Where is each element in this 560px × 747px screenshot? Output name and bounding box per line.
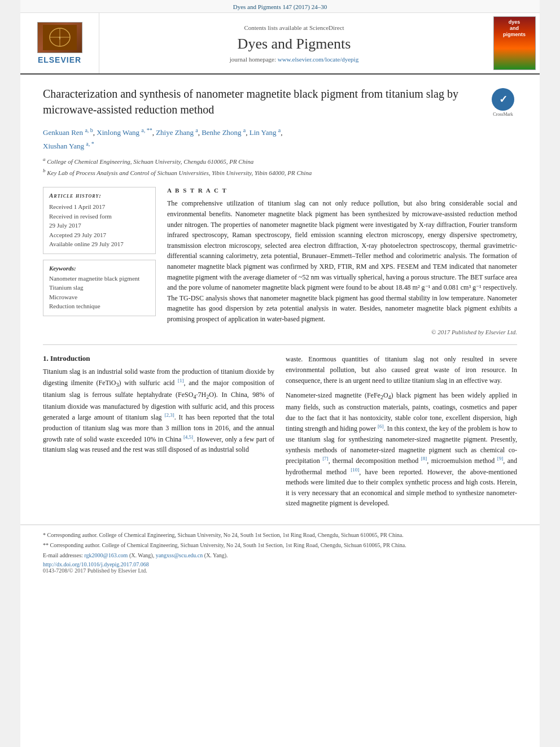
author-1-sup: a, b bbox=[85, 127, 93, 133]
cover-text: dyesandpigments bbox=[503, 19, 526, 37]
email-addresses: E-mail addresses: rgk2000@163.com (X. Wa… bbox=[43, 551, 517, 560]
issn-line: 0143-7208/© 2017 Published by Elsevier L… bbox=[43, 567, 517, 574]
keyword-3: Microwave bbox=[49, 292, 150, 302]
article-info-title: Article history: bbox=[49, 192, 150, 199]
abstract-text: The comprehensive utilization of titaniu… bbox=[167, 198, 517, 324]
author-4-sup: a bbox=[243, 127, 246, 133]
journal-title: Dyes and Pigments bbox=[238, 36, 351, 53]
body-para-2: waste. Enormous quantities of titanium s… bbox=[286, 354, 517, 386]
journal-cover-section: dyesandpigments bbox=[489, 13, 540, 73]
author-5-sup: a bbox=[278, 127, 281, 133]
authors-list: Genkuan Ren a, b, Xinlong Wang a, **, Zh… bbox=[43, 125, 517, 153]
keyword-2: Titanium slag bbox=[49, 283, 150, 292]
email-link-1[interactable]: rgk2000@163.com bbox=[84, 552, 128, 558]
elsevier-logo-section: ⚕ ELSEVIER bbox=[20, 13, 99, 73]
sciencedirect-prefix: Contents lists available at ScienceDirec… bbox=[244, 24, 344, 31]
elsevier-logo-image: ⚕ bbox=[37, 22, 82, 53]
author-2-sup: a, ** bbox=[141, 127, 152, 133]
author-3-sup: a bbox=[195, 127, 198, 133]
author-5: Lin Yang bbox=[250, 128, 277, 137]
elsevier-logo: ⚕ ELSEVIER bbox=[37, 22, 82, 64]
doi-link[interactable]: http://dx.doi.org/10.1016/j.dyepig.2017.… bbox=[43, 561, 517, 567]
journal-header: ⚕ ELSEVIER Contents lists available at S… bbox=[20, 13, 540, 75]
body-content: 1. Introduction Titanium slag is an indu… bbox=[43, 354, 517, 513]
journal-title-section: Contents lists available at ScienceDirec… bbox=[99, 13, 489, 73]
author-2: Xinlong Wang bbox=[97, 128, 139, 137]
affiliation-b: b Key Lab of Process Analysis and Contro… bbox=[43, 167, 517, 178]
section-1-heading: 1. Introduction bbox=[43, 354, 274, 363]
main-content: Characterization and synthesis of nanome… bbox=[20, 75, 540, 525]
page: Dyes and Pigments 147 (2017) 24–30 ⚕ ELS… bbox=[20, 0, 540, 747]
body-col-right: waste. Enormous quantities of titanium s… bbox=[286, 354, 517, 513]
revised-label: Received in revised form bbox=[49, 212, 150, 221]
received-date: Received 1 April 2017 bbox=[49, 202, 150, 212]
article-title: Characterization and synthesis of nanome… bbox=[43, 86, 483, 117]
affiliation-a: a College of Chemical Engineering, Sichu… bbox=[43, 155, 517, 167]
keywords-label: Keywords: bbox=[49, 265, 150, 272]
author-6-sup: a, * bbox=[86, 141, 94, 147]
body-para-1: Titanium slag is an industrial solid was… bbox=[43, 366, 274, 455]
elsevier-label: ELSEVIER bbox=[38, 55, 81, 64]
abstract-label: A B S T R A C T bbox=[167, 187, 517, 194]
journal-homepage: journal homepage: www.elsevier.com/locat… bbox=[230, 56, 358, 63]
homepage-prefix: journal homepage: bbox=[230, 56, 278, 63]
author-6: Xiushan Yang bbox=[43, 142, 84, 151]
keyword-1: Nanometer magnetite black pigment bbox=[49, 274, 150, 283]
journal-cover-image: dyesandpigments bbox=[493, 16, 536, 70]
email-link-2[interactable]: yangxss@scu.edu.cn bbox=[156, 552, 203, 558]
crossmark-label: CrossMark bbox=[493, 112, 513, 117]
footnote-1: * Corresponding author. College of Chemi… bbox=[43, 531, 517, 539]
accepted-date: Accepted 29 July 2017 bbox=[49, 230, 150, 240]
abstract-column: A B S T R A C T The comprehensive utiliz… bbox=[167, 187, 517, 335]
author-1: Genkuan Ren bbox=[43, 128, 83, 137]
svg-text:⚕: ⚕ bbox=[59, 36, 61, 41]
crossmark-icon: ✓ bbox=[492, 88, 514, 111]
footer: * Corresponding author. College of Chemi… bbox=[20, 525, 540, 579]
sciencedirect-line: Contents lists available at ScienceDirec… bbox=[244, 24, 344, 31]
article-info-abstract-section: Article history: Received 1 April 2017 R… bbox=[43, 187, 517, 335]
keywords-box: Keywords: Nanometer magnetite black pigm… bbox=[43, 260, 156, 316]
section-divider bbox=[43, 344, 517, 345]
article-history-box: Article history: Received 1 April 2017 R… bbox=[43, 187, 156, 254]
footnote-2: ** Corresponding author. College of Chem… bbox=[43, 541, 517, 549]
crossmark-badge[interactable]: ✓ CrossMark bbox=[489, 86, 517, 117]
revised-date: 29 July 2017 bbox=[49, 221, 150, 230]
keyword-4: Reduction technique bbox=[49, 302, 150, 311]
homepage-url[interactable]: www.elsevier.com/locate/dyepig bbox=[278, 56, 358, 63]
affiliations: a College of Chemical Engineering, Sichu… bbox=[43, 155, 517, 178]
available-date: Available online 29 July 2017 bbox=[49, 239, 150, 249]
body-col-left: 1. Introduction Titanium slag is an indu… bbox=[43, 354, 274, 513]
author-4: Benhe Zhong bbox=[202, 128, 241, 137]
article-info-column: Article history: Received 1 April 2017 R… bbox=[43, 187, 156, 335]
body-para-3: Nanometer-sized magnetite (FeFe2O4) blac… bbox=[286, 390, 517, 509]
journal-reference-bar: Dyes and Pigments 147 (2017) 24–30 bbox=[20, 0, 540, 13]
copyright-line: © 2017 Published by Elsevier Ltd. bbox=[167, 329, 517, 335]
abstract-section: A B S T R A C T The comprehensive utiliz… bbox=[167, 187, 517, 335]
journal-ref-text: Dyes and Pigments 147 (2017) 24–30 bbox=[233, 3, 327, 10]
author-3: Zhiye Zhang bbox=[156, 128, 194, 137]
article-title-section: Characterization and synthesis of nanome… bbox=[43, 86, 517, 117]
